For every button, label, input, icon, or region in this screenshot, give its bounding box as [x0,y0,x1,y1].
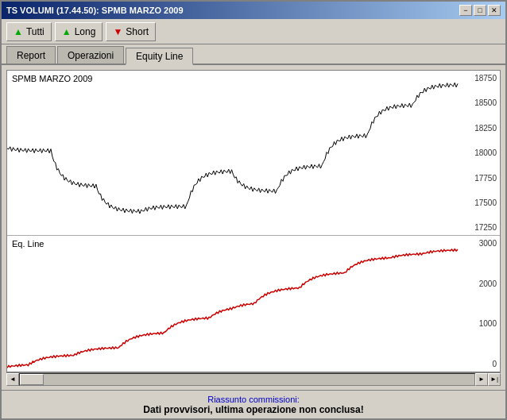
toolbar: ▲ Tutti ▲ Long ▼ Short [2,19,505,44]
lower-chart-label: Eq. Line [12,239,44,249]
title-bar: TS VOLUMI (17.44.50): SPMB MARZO 2009 − … [2,2,505,19]
upper-y-axis: 18750 18500 18250 18000 17750 17500 1725… [462,71,498,235]
y-low-1: 3000 [464,239,497,248]
y-val-2: 18500 [464,98,497,107]
scroll-right-2-button[interactable]: ►| [488,373,501,386]
scrollbar-thumb[interactable] [20,374,44,385]
y-val-1: 18750 [464,74,497,83]
y-val-7: 17250 [464,223,497,232]
scrollbar-track[interactable] [19,373,475,386]
y-val-3: 18250 [464,124,497,133]
y-val-6: 17500 [464,198,497,207]
tab-bar: Report Operazioni Equity Line [2,44,505,65]
status-label: Riassunto commissioni: [207,395,300,404]
status-bar: Riassunto commissioni: Dati provvisori, … [2,390,505,418]
upper-chart-label: SPMB MARZO 2009 [12,74,92,83]
window-title: TS VOLUMI (17.44.50): SPMB MARZO 2009 [6,6,184,15]
lower-chart-canvas [7,236,462,372]
tab-report[interactable]: Report [6,46,56,64]
main-window: TS VOLUMI (17.44.50): SPMB MARZO 2009 − … [0,0,507,420]
upper-chart: SPMB MARZO 2009 18750 18500 18250 18000 … [7,71,500,236]
lower-chart: Eq. Line 3000 2000 1000 0 [7,236,500,372]
y-low-2: 2000 [464,279,497,288]
arrow-up-icon: ▲ [14,26,23,37]
y-val-4: 18000 [464,148,497,157]
minimize-button[interactable]: − [459,5,472,16]
short-label: Short [126,26,149,37]
scroll-right-1-button[interactable]: ► [475,373,488,386]
scrollbar: ◄ ► ►| [6,372,501,385]
status-warning: Dati provvisori, ultima operazione non c… [143,404,363,415]
long-button[interactable]: ▲ Long [55,22,103,41]
tutti-label: Tutti [26,26,45,37]
window-controls: − □ ✕ [459,5,501,16]
upper-chart-canvas [7,71,462,236]
long-arrow-icon: ▲ [62,26,72,37]
short-button[interactable]: ▼ Short [106,22,156,41]
tab-equity-line[interactable]: Equity Line [126,48,193,65]
short-arrow-icon: ▼ [113,26,122,37]
tutti-button[interactable]: ▲ Tutti [6,22,52,41]
y-low-4: 0 [464,360,497,368]
scroll-left-button[interactable]: ◄ [6,373,19,386]
tab-operazioni[interactable]: Operazioni [57,46,124,64]
main-content: SPMB MARZO 2009 18750 18500 18250 18000 … [2,65,505,390]
y-val-5: 17750 [464,174,497,183]
maximize-button[interactable]: □ [474,5,486,16]
close-button[interactable]: ✕ [488,5,501,16]
y-low-3: 1000 [464,319,497,328]
long-label: Long [75,26,96,37]
chart-area: SPMB MARZO 2009 18750 18500 18250 18000 … [6,70,501,372]
lower-y-axis: 3000 2000 1000 0 [462,236,498,372]
